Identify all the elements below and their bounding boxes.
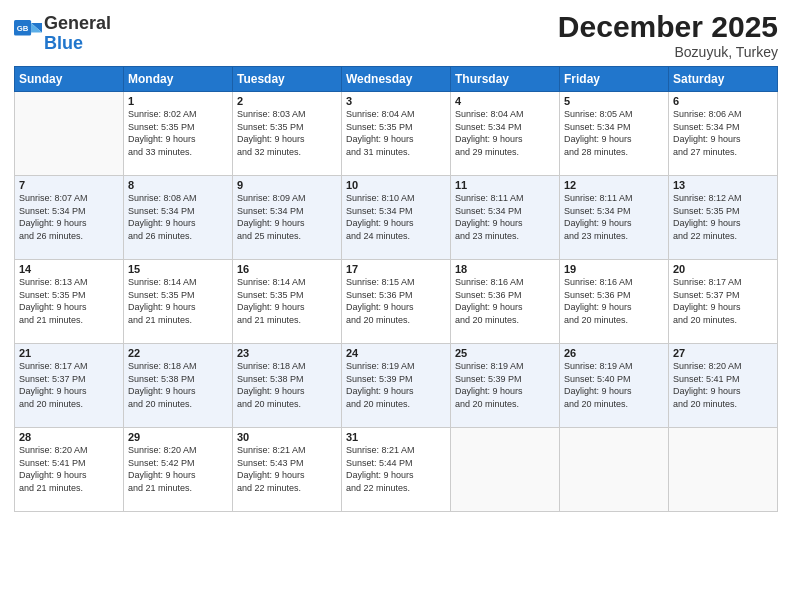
calendar-cell: 30Sunrise: 8:21 AMSunset: 5:43 PMDayligh… (233, 428, 342, 512)
day-info: Sunrise: 8:03 AMSunset: 5:35 PMDaylight:… (237, 108, 337, 158)
day-info: Sunrise: 8:18 AMSunset: 5:38 PMDaylight:… (237, 360, 337, 410)
calendar-cell: 23Sunrise: 8:18 AMSunset: 5:38 PMDayligh… (233, 344, 342, 428)
day-info: Sunrise: 8:21 AMSunset: 5:43 PMDaylight:… (237, 444, 337, 494)
day-info: Sunrise: 8:19 AMSunset: 5:39 PMDaylight:… (455, 360, 555, 410)
calendar-cell: 25Sunrise: 8:19 AMSunset: 5:39 PMDayligh… (451, 344, 560, 428)
calendar-cell: 6Sunrise: 8:06 AMSunset: 5:34 PMDaylight… (669, 92, 778, 176)
day-info: Sunrise: 8:20 AMSunset: 5:42 PMDaylight:… (128, 444, 228, 494)
day-info: Sunrise: 8:04 AMSunset: 5:35 PMDaylight:… (346, 108, 446, 158)
day-number: 10 (346, 179, 446, 191)
logo: GB General Blue (14, 14, 111, 54)
calendar-table: Sunday Monday Tuesday Wednesday Thursday… (14, 66, 778, 512)
calendar-week-row: 21Sunrise: 8:17 AMSunset: 5:37 PMDayligh… (15, 344, 778, 428)
calendar-cell: 7Sunrise: 8:07 AMSunset: 5:34 PMDaylight… (15, 176, 124, 260)
logo-blue: Blue (44, 33, 83, 53)
day-number: 30 (237, 431, 337, 443)
day-number: 22 (128, 347, 228, 359)
day-number: 27 (673, 347, 773, 359)
day-number: 15 (128, 263, 228, 275)
month-title: December 2025 (558, 10, 778, 43)
day-info: Sunrise: 8:14 AMSunset: 5:35 PMDaylight:… (237, 276, 337, 326)
calendar-cell (669, 428, 778, 512)
day-number: 20 (673, 263, 773, 275)
day-info: Sunrise: 8:11 AMSunset: 5:34 PMDaylight:… (455, 192, 555, 242)
calendar-cell: 26Sunrise: 8:19 AMSunset: 5:40 PMDayligh… (560, 344, 669, 428)
day-number: 4 (455, 95, 555, 107)
day-number: 29 (128, 431, 228, 443)
calendar-cell: 10Sunrise: 8:10 AMSunset: 5:34 PMDayligh… (342, 176, 451, 260)
day-number: 23 (237, 347, 337, 359)
day-number: 13 (673, 179, 773, 191)
day-number: 16 (237, 263, 337, 275)
calendar-week-row: 1Sunrise: 8:02 AMSunset: 5:35 PMDaylight… (15, 92, 778, 176)
day-number: 8 (128, 179, 228, 191)
day-number: 19 (564, 263, 664, 275)
calendar-cell: 27Sunrise: 8:20 AMSunset: 5:41 PMDayligh… (669, 344, 778, 428)
page-container: GB General Blue December 2025 Bozuyuk, T… (0, 0, 792, 612)
day-info: Sunrise: 8:20 AMSunset: 5:41 PMDaylight:… (673, 360, 773, 410)
calendar-cell: 17Sunrise: 8:15 AMSunset: 5:36 PMDayligh… (342, 260, 451, 344)
day-number: 5 (564, 95, 664, 107)
calendar-cell: 15Sunrise: 8:14 AMSunset: 5:35 PMDayligh… (124, 260, 233, 344)
day-number: 3 (346, 95, 446, 107)
day-info: Sunrise: 8:20 AMSunset: 5:41 PMDaylight:… (19, 444, 119, 494)
day-info: Sunrise: 8:05 AMSunset: 5:34 PMDaylight:… (564, 108, 664, 158)
calendar-cell (15, 92, 124, 176)
day-info: Sunrise: 8:12 AMSunset: 5:35 PMDaylight:… (673, 192, 773, 242)
calendar-week-row: 14Sunrise: 8:13 AMSunset: 5:35 PMDayligh… (15, 260, 778, 344)
day-info: Sunrise: 8:16 AMSunset: 5:36 PMDaylight:… (564, 276, 664, 326)
day-info: Sunrise: 8:21 AMSunset: 5:44 PMDaylight:… (346, 444, 446, 494)
day-info: Sunrise: 8:11 AMSunset: 5:34 PMDaylight:… (564, 192, 664, 242)
col-wednesday: Wednesday (342, 67, 451, 92)
logo-text: General Blue (44, 14, 111, 54)
col-friday: Friday (560, 67, 669, 92)
day-info: Sunrise: 8:06 AMSunset: 5:34 PMDaylight:… (673, 108, 773, 158)
day-info: Sunrise: 8:15 AMSunset: 5:36 PMDaylight:… (346, 276, 446, 326)
calendar-cell: 20Sunrise: 8:17 AMSunset: 5:37 PMDayligh… (669, 260, 778, 344)
header-row: Sunday Monday Tuesday Wednesday Thursday… (15, 67, 778, 92)
day-number: 11 (455, 179, 555, 191)
calendar-cell: 21Sunrise: 8:17 AMSunset: 5:37 PMDayligh… (15, 344, 124, 428)
day-number: 24 (346, 347, 446, 359)
calendar-cell: 22Sunrise: 8:18 AMSunset: 5:38 PMDayligh… (124, 344, 233, 428)
location: Bozuyuk, Turkey (558, 44, 778, 60)
logo-icon: GB (14, 20, 42, 48)
day-info: Sunrise: 8:10 AMSunset: 5:34 PMDaylight:… (346, 192, 446, 242)
day-number: 14 (19, 263, 119, 275)
calendar-cell: 9Sunrise: 8:09 AMSunset: 5:34 PMDaylight… (233, 176, 342, 260)
col-tuesday: Tuesday (233, 67, 342, 92)
col-thursday: Thursday (451, 67, 560, 92)
day-number: 25 (455, 347, 555, 359)
calendar-cell: 28Sunrise: 8:20 AMSunset: 5:41 PMDayligh… (15, 428, 124, 512)
calendar-cell: 3Sunrise: 8:04 AMSunset: 5:35 PMDaylight… (342, 92, 451, 176)
day-number: 12 (564, 179, 664, 191)
day-number: 17 (346, 263, 446, 275)
col-saturday: Saturday (669, 67, 778, 92)
calendar-cell: 5Sunrise: 8:05 AMSunset: 5:34 PMDaylight… (560, 92, 669, 176)
calendar-cell: 16Sunrise: 8:14 AMSunset: 5:35 PMDayligh… (233, 260, 342, 344)
calendar-cell: 31Sunrise: 8:21 AMSunset: 5:44 PMDayligh… (342, 428, 451, 512)
day-info: Sunrise: 8:14 AMSunset: 5:35 PMDaylight:… (128, 276, 228, 326)
day-number: 7 (19, 179, 119, 191)
calendar-cell: 18Sunrise: 8:16 AMSunset: 5:36 PMDayligh… (451, 260, 560, 344)
calendar-cell: 19Sunrise: 8:16 AMSunset: 5:36 PMDayligh… (560, 260, 669, 344)
calendar-cell: 8Sunrise: 8:08 AMSunset: 5:34 PMDaylight… (124, 176, 233, 260)
day-number: 18 (455, 263, 555, 275)
calendar-week-row: 7Sunrise: 8:07 AMSunset: 5:34 PMDaylight… (15, 176, 778, 260)
calendar-cell: 29Sunrise: 8:20 AMSunset: 5:42 PMDayligh… (124, 428, 233, 512)
calendar-cell: 1Sunrise: 8:02 AMSunset: 5:35 PMDaylight… (124, 92, 233, 176)
calendar-cell (451, 428, 560, 512)
day-number: 21 (19, 347, 119, 359)
day-number: 6 (673, 95, 773, 107)
calendar-cell: 12Sunrise: 8:11 AMSunset: 5:34 PMDayligh… (560, 176, 669, 260)
title-block: December 2025 Bozuyuk, Turkey (558, 10, 778, 60)
calendar-cell: 11Sunrise: 8:11 AMSunset: 5:34 PMDayligh… (451, 176, 560, 260)
day-info: Sunrise: 8:19 AMSunset: 5:39 PMDaylight:… (346, 360, 446, 410)
day-number: 2 (237, 95, 337, 107)
day-info: Sunrise: 8:07 AMSunset: 5:34 PMDaylight:… (19, 192, 119, 242)
svg-text:GB: GB (17, 24, 29, 33)
calendar-cell: 13Sunrise: 8:12 AMSunset: 5:35 PMDayligh… (669, 176, 778, 260)
calendar-cell: 2Sunrise: 8:03 AMSunset: 5:35 PMDaylight… (233, 92, 342, 176)
calendar-cell (560, 428, 669, 512)
day-info: Sunrise: 8:18 AMSunset: 5:38 PMDaylight:… (128, 360, 228, 410)
